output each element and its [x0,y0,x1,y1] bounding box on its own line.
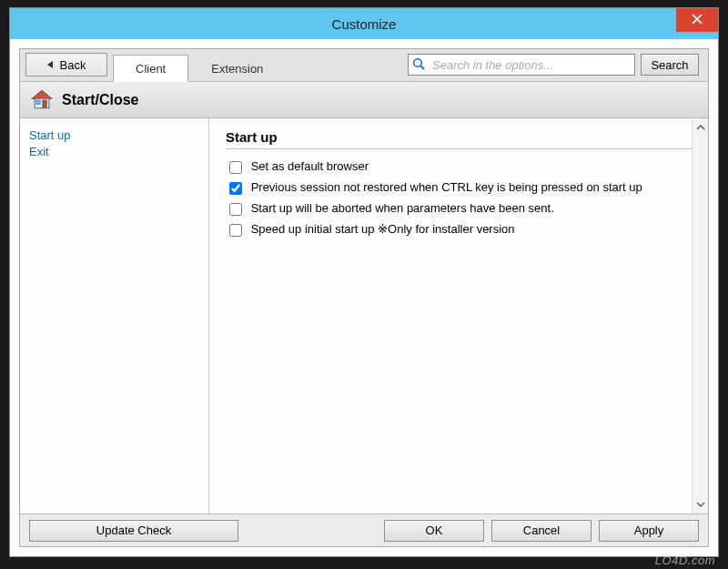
checkbox-speed-startup[interactable] [229,224,242,237]
option-label: Previous session not restored when CTRL … [251,180,642,194]
option-abort-params[interactable]: Start up will be aborted when parameters… [226,200,692,218]
window-frame: Customize Back Client Extension [9,7,719,557]
window-title: Customize [10,16,718,32]
svg-rect-5 [36,100,40,104]
checkbox-default-browser[interactable] [229,161,242,174]
back-arrow-icon [47,61,53,68]
checkbox-prev-session[interactable] [229,182,242,195]
panel-heading: Start up [226,129,692,145]
close-icon [692,14,703,27]
section-header: Start/Close [20,82,708,118]
back-button[interactable]: Back [25,53,107,76]
panel-divider [226,148,692,149]
body-row: Start up Exit Start up Set as default br… [20,118,708,513]
option-default-browser[interactable]: Set as default browser [226,158,692,177]
chevron-down-icon [694,497,707,512]
option-label: Set as default browser [251,159,369,173]
cancel-button[interactable]: Cancel [491,520,592,542]
sidebar-item-exit[interactable]: Exit [29,145,199,158]
search-button[interactable]: Search [641,54,699,76]
tab-client[interactable]: Client [113,55,188,82]
sidebar: Start up Exit [20,118,209,513]
sidebar-item-startup[interactable]: Start up [29,128,199,142]
close-button[interactable] [676,8,718,32]
option-speed-startup[interactable]: Speed up initial start up ※Only for inst… [226,221,692,239]
tab-label: Client [136,62,166,76]
search-icon [411,56,426,74]
toolbar: Back Client Extension Search [20,49,708,82]
section-title: Start/Close [62,92,138,108]
vertical-scrollbar[interactable] [692,118,708,513]
option-prev-session[interactable]: Previous session not restored when CTRL … [226,179,692,198]
svg-line-3 [420,66,424,69]
option-label: Speed up initial start up ※Only for inst… [251,222,515,236]
footer: Update Check OK Cancel Apply [20,513,708,546]
dialog-body: Back Client Extension Search [19,48,709,547]
svg-marker-7 [33,90,52,98]
apply-button[interactable]: Apply [599,520,699,542]
back-label: Back [60,58,86,72]
chevron-up-icon [694,120,707,135]
checkbox-abort-params[interactable] [229,203,242,216]
ok-button[interactable]: OK [384,520,484,542]
svg-point-2 [414,59,422,67]
svg-rect-6 [43,100,46,107]
search-area: Search [408,54,699,76]
titlebar: Customize [10,8,718,39]
update-check-button[interactable]: Update Check [29,520,238,542]
option-label: Start up will be aborted when parameters… [251,201,554,215]
tab-strip: Client Extension [113,49,286,81]
search-input[interactable] [408,54,635,76]
tab-extension[interactable]: Extension [188,55,286,82]
home-icon [29,87,55,113]
tab-label: Extension [211,62,263,76]
content-panel: Start up Set as default browser Previous… [209,118,708,513]
